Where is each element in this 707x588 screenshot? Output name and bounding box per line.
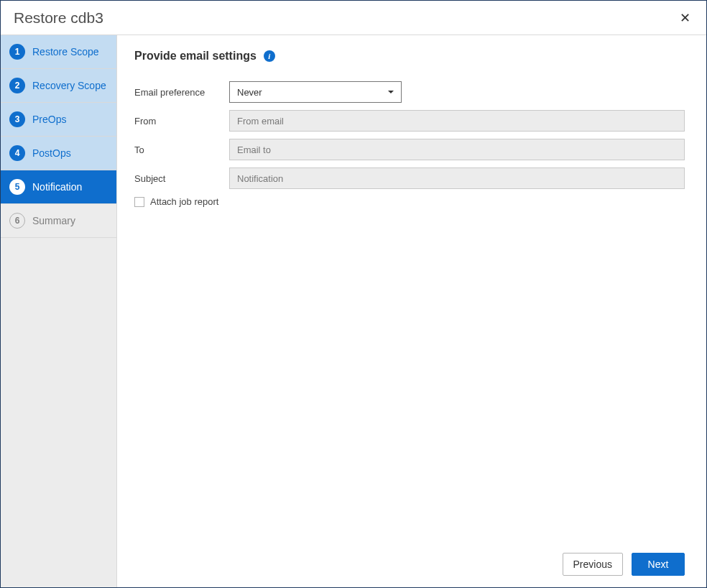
sidebar-step-notification[interactable]: 5 Notification [1,170,116,204]
attach-report-checkbox[interactable] [134,197,144,207]
sidebar-step-recovery-scope[interactable]: 2 Recovery Scope [1,69,116,103]
email-preference-select[interactable]: Never [229,81,402,103]
page-heading: Provide email settings [134,50,257,63]
row-to: To [134,139,685,160]
from-input[interactable] [229,110,685,132]
sidebar-step-preops[interactable]: 3 PreOps [1,103,116,137]
previous-button[interactable]: Previous [563,553,623,576]
restore-wizard-window: Restore cdb3 ✕ 1 Restore Scope 2 Recover… [0,0,707,588]
next-button[interactable]: Next [632,553,685,576]
wizard-sidebar: 1 Restore Scope 2 Recovery Scope 3 PreOp… [1,35,117,587]
label-email-preference: Email preference [134,87,229,98]
step-label: Recovery Scope [32,80,106,91]
email-preference-value: Never [237,87,262,98]
heading-row: Provide email settings i [134,50,685,63]
to-input[interactable] [229,139,685,160]
titlebar: Restore cdb3 ✕ [1,1,706,35]
sidebar-step-postops[interactable]: 4 PostOps [1,137,116,170]
label-subject: Subject [134,173,229,184]
sidebar-step-summary[interactable]: 6 Summary [1,204,116,238]
main-panel: Provide email settings i Email preferenc… [117,35,706,587]
step-number: 1 [9,44,25,60]
step-label: Notification [32,181,82,193]
step-number: 4 [9,145,25,161]
step-label: PreOps [32,114,66,125]
close-icon[interactable]: ✕ [675,9,695,27]
row-from: From [134,110,685,132]
label-from: From [134,116,229,127]
info-icon[interactable]: i [264,50,275,62]
step-number: 5 [9,179,25,195]
step-label: PostOps [32,147,71,159]
label-attach-report: Attach job report [150,196,218,207]
step-label: Restore Scope [32,46,99,58]
step-number: 3 [9,111,25,127]
row-email-preference: Email preference Never [134,81,685,103]
window-body: 1 Restore Scope 2 Recovery Scope 3 PreOp… [1,35,706,587]
step-number: 2 [9,78,25,93]
row-attach-report: Attach job report [134,196,685,207]
row-subject: Subject [134,167,685,189]
window-title: Restore cdb3 [14,9,103,27]
sidebar-step-restore-scope[interactable]: 1 Restore Scope [1,35,116,69]
step-number: 6 [9,213,25,229]
wizard-footer: Previous Next [134,544,685,576]
chevron-down-icon [388,91,394,93]
subject-input[interactable] [229,167,685,189]
step-label: Summary [32,215,75,226]
form-content: Provide email settings i Email preferenc… [134,50,685,544]
label-to: To [134,144,229,155]
